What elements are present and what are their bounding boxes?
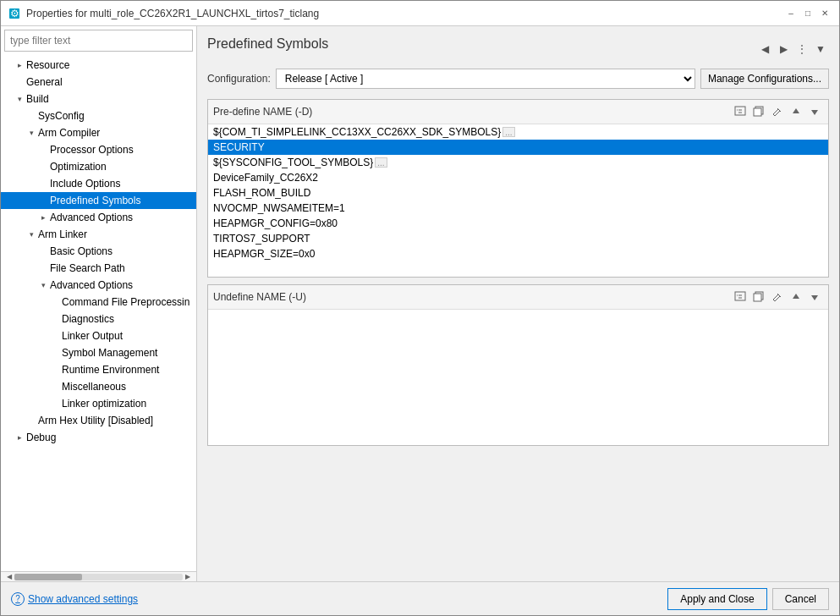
tree-label-arm-compiler: Arm Compiler	[38, 127, 100, 139]
add-symbol-button[interactable]	[732, 103, 749, 120]
tree-expand-icon-arm-linker: ▾	[25, 228, 38, 241]
symbol-item-4[interactable]: FLASH_ROM_BUILD	[208, 185, 828, 201]
tree-label-basic-options: Basic Options	[50, 245, 113, 257]
window-controls: – □ ✕	[783, 6, 832, 21]
tree-item-sysconfig[interactable]: SysConfig	[1, 107, 196, 124]
configuration-select-wrapper: Release [ Active ]	[276, 69, 695, 89]
tree-item-processor-options[interactable]: Processor Options	[1, 141, 196, 158]
tree-item-basic-options[interactable]: Basic Options	[1, 243, 196, 260]
minimize-button[interactable]: –	[783, 6, 799, 21]
undefine-section: Undefine NAME (-U)	[207, 284, 829, 446]
tree-item-symbol-management[interactable]: Symbol Management	[1, 344, 196, 361]
tree-label-cmd-file-preprocessing: Command File Preprocessin	[62, 296, 189, 308]
manage-configurations-button[interactable]: Manage Configurations...	[700, 69, 829, 89]
tree-label-file-search-path: File Search Path	[50, 262, 125, 274]
add-undefine-button[interactable]	[732, 289, 749, 305]
cancel-button[interactable]: Cancel	[772, 588, 829, 610]
tree-item-cmd-file-preprocessing[interactable]: Command File Preprocessin	[1, 294, 196, 311]
sidebar: ▸ResourceGeneral▾BuildSysConfig▾Arm Comp…	[1, 26, 197, 581]
tree-item-resource[interactable]: ▸Resource	[1, 57, 196, 74]
predefine-list: ${COM_TI_SIMPLELINK_CC13XX_CC26XX_SDK_SY…	[208, 124, 828, 277]
symbol-item-3[interactable]: DeviceFamily_CC26X2	[208, 170, 828, 185]
footer-buttons: Apply and Close Cancel	[667, 588, 829, 610]
symbol-item-6[interactable]: HEAPMGR_CONFIG=0x80	[208, 216, 828, 231]
tree-label-build: Build	[26, 93, 49, 105]
tree-label-arm-hex-utility: Arm Hex Utility [Disabled]	[38, 415, 153, 426]
help-icon: ?	[11, 592, 25, 606]
tree-expand-icon-file-search-path	[36, 261, 50, 275]
svg-rect-7	[754, 108, 761, 116]
symbol-item-5[interactable]: NVOCMP_NWSAMEITEM=1	[208, 201, 828, 216]
back-icon[interactable]: ◀	[756, 41, 773, 58]
tree-item-runtime-environment[interactable]: Runtime Environment	[1, 361, 196, 378]
symbol-item-2[interactable]: ${SYSCONFIG_TOOL_SYMBOLS}...	[208, 155, 828, 170]
symbol-item-0[interactable]: ${COM_TI_SIMPLELINK_CC13XX_CC26XX_SDK_SY…	[208, 124, 828, 140]
tree-expand-icon-arm-hex-utility	[25, 414, 38, 427]
symbol-item-1[interactable]: SECURITY	[208, 140, 828, 155]
tree-item-miscellaneous[interactable]: Miscellaneous	[1, 378, 196, 395]
scroll-right-arrow[interactable]: ▶	[183, 572, 193, 582]
tree-expand-icon-diagnostics	[48, 312, 62, 326]
symbol-dots-2[interactable]: ...	[375, 157, 387, 168]
window-title: Properties for multi_role_CC26X2R1_LAUNC…	[26, 8, 783, 19]
svg-rect-11	[735, 292, 745, 300]
tree-item-arm-linker[interactable]: ▾Arm Linker	[1, 226, 196, 243]
tree: ▸ResourceGeneral▾BuildSysConfig▾Arm Comp…	[1, 55, 196, 571]
edit-undefine-button[interactable]	[769, 289, 786, 305]
symbol-item-7[interactable]: TIRTOS7_SUPPORT	[208, 231, 828, 246]
predefine-label: Pre-define NAME (-D)	[213, 106, 312, 118]
menu-icon[interactable]: ▼	[812, 41, 829, 58]
symbol-dots-0[interactable]: ...	[502, 127, 514, 137]
tree-item-predefined-symbols[interactable]: Predefined Symbols	[1, 192, 196, 209]
tree-item-general[interactable]: General	[1, 74, 196, 91]
tree-label-resource: Resource	[26, 59, 69, 71]
undefine-body	[208, 310, 828, 445]
tree-label-general: General	[26, 76, 63, 88]
copy-symbol-button[interactable]	[750, 103, 767, 120]
tree-item-linker-optimization[interactable]: Linker optimization	[1, 395, 196, 412]
tree-item-linker-output[interactable]: Linker Output	[1, 327, 196, 344]
collapse-icon[interactable]: ⋮	[793, 41, 810, 58]
tree-item-build[interactable]: ▾Build	[1, 91, 196, 107]
tree-label-runtime-environment: Runtime Environment	[62, 364, 159, 376]
move-down-button[interactable]	[806, 103, 823, 120]
predefine-toolbar	[732, 103, 823, 120]
tree-expand-icon-advanced-options: ▸	[36, 211, 50, 224]
svg-rect-2	[735, 107, 745, 115]
tree-expand-icon-linker-output	[48, 329, 62, 343]
tree-item-arm-hex-utility[interactable]: Arm Hex Utility [Disabled]	[1, 412, 196, 429]
configuration-select[interactable]: Release [ Active ]	[276, 69, 695, 89]
help-link[interactable]: ? Show advanced settings	[11, 592, 138, 606]
edit-symbol-button[interactable]	[769, 103, 786, 120]
apply-close-button[interactable]: Apply and Close	[667, 588, 766, 610]
symbol-item-8[interactable]: HEAPMGR_SIZE=0x0	[208, 246, 828, 261]
panel-toolbar: ◀ ▶ ⋮ ▼	[756, 41, 829, 58]
move-down-undefine-button[interactable]	[806, 289, 823, 305]
scroll-left-arrow[interactable]: ◀	[4, 572, 14, 582]
tree-item-advanced-options[interactable]: ▸Advanced Options	[1, 209, 196, 226]
symbol-text-0: ${COM_TI_SIMPLELINK_CC13XX_CC26XX_SDK_SY…	[213, 126, 501, 138]
panel-title: Predefined Symbols	[207, 36, 328, 52]
tree-item-advanced-options-linker[interactable]: ▾Advanced Options	[1, 277, 196, 294]
tree-expand-icon-predefined-symbols	[36, 194, 50, 207]
maximize-button[interactable]: □	[800, 6, 815, 21]
tree-expand-icon-advanced-options-linker: ▾	[36, 278, 50, 292]
tree-expand-icon-resource: ▸	[13, 58, 26, 72]
tree-label-linker-optimization: Linker optimization	[62, 398, 146, 410]
tree-item-file-search-path[interactable]: File Search Path	[1, 260, 196, 277]
sidebar-horizontal-scrollbar[interactable]: ◀ ▶	[1, 571, 196, 581]
app-icon: ⚙	[8, 7, 21, 20]
forward-icon[interactable]: ▶	[775, 41, 792, 58]
move-up-undefine-button[interactable]	[788, 289, 804, 305]
copy-undefine-button[interactable]	[750, 289, 767, 305]
tree-item-include-options[interactable]: Include Options	[1, 175, 196, 192]
move-up-button[interactable]	[788, 103, 804, 120]
filter-input[interactable]	[4, 30, 193, 52]
tree-item-debug[interactable]: ▸Debug	[1, 429, 196, 446]
tree-item-optimization[interactable]: Optimization	[1, 158, 196, 175]
close-button[interactable]: ✕	[817, 6, 832, 21]
svg-marker-19	[811, 295, 818, 300]
tree-item-diagnostics[interactable]: Diagnostics	[1, 311, 196, 327]
tree-item-arm-compiler[interactable]: ▾Arm Compiler	[1, 124, 196, 141]
properties-window: ⚙ Properties for multi_role_CC26X2R1_LAU…	[0, 0, 840, 616]
